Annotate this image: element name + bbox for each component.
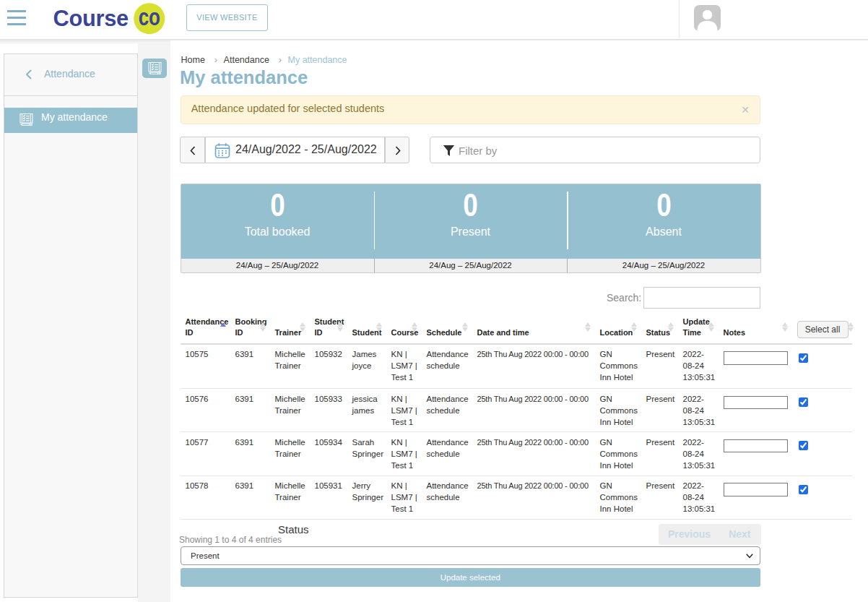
svg-text:Course: Course [53, 6, 129, 31]
svg-text:co: co [139, 3, 160, 30]
